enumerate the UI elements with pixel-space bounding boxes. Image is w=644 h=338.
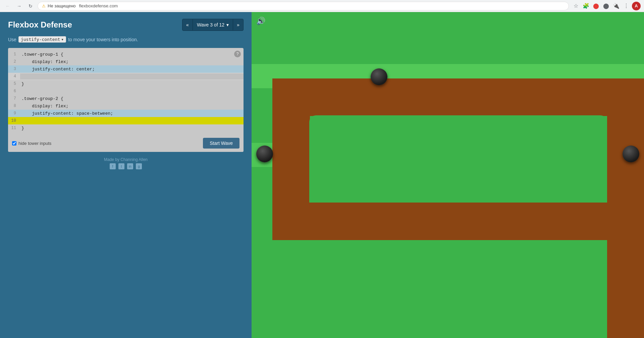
code-line-1: 1 .tower-group-1 { — [8, 51, 244, 58]
keyword-badge[interactable]: justify-content ▾ — [18, 36, 66, 43]
url-text: flexboxdefense.com — [79, 3, 118, 8]
browser-action-buttons: ☆ 🧩 ⬤ ⬤ 🔌 ⋮ A — [572, 2, 641, 10]
line-content-3: justify-content: center; — [20, 67, 244, 72]
tower-3 — [623, 146, 639, 162]
line-content-7: .tower-group-2 { — [20, 96, 244, 101]
left-panel: Flexbox Defense « Wave 3 of 12 ▾ » Use j… — [0, 12, 252, 338]
wave-selector[interactable]: Wave 3 of 12 ▾ — [193, 19, 233, 31]
linkedin-icon[interactable]: in — [127, 163, 133, 169]
address-bar[interactable]: ⚠ Не защищено flexboxdefense.com — [38, 2, 569, 10]
start-wave-button[interactable]: Start Wave — [203, 138, 239, 149]
line-num-3: 3 — [8, 67, 20, 71]
browser-chrome: ← → ↻ ⚠ Не защищено flexboxdefense.com ☆… — [0, 0, 644, 12]
chrome-more-button[interactable]: ⋮ — [622, 2, 631, 10]
hide-inputs-label[interactable]: hide tower inputs — [12, 141, 51, 146]
hide-inputs-checkbox[interactable] — [12, 141, 16, 146]
code-line-5: 5 } — [8, 80, 244, 88]
extensions2-button[interactable]: 🔌 — [612, 2, 621, 10]
tower-1 — [371, 68, 387, 85]
line-input-4[interactable] — [20, 73, 244, 79]
browser-more-button[interactable]: ⬤ — [602, 2, 610, 10]
line-input-10[interactable] — [20, 118, 244, 124]
twitter-icon[interactable]: t — [118, 163, 124, 169]
line-num-7: 7 — [8, 96, 20, 101]
code-line-10: 10 — [8, 117, 244, 124]
line-num-4: 4 — [8, 74, 20, 79]
line-num-2: 2 — [8, 59, 20, 64]
code-line-7: 7 .tower-group-2 { — [8, 95, 244, 102]
line-content-2: display: flex; — [20, 59, 244, 64]
social-icons: f t in g — [8, 163, 244, 169]
instruction-suffix: to move your towers into position. — [68, 37, 138, 42]
tower-2 — [256, 146, 273, 162]
line-content-11: } — [20, 126, 244, 131]
line-content-5: } — [20, 81, 244, 87]
extensions-button[interactable]: 🧩 — [582, 2, 590, 10]
line-num-6: 6 — [8, 89, 20, 94]
instruction-text: Use justify-content ▾ to move your tower… — [8, 36, 244, 43]
line-num-9: 9 — [8, 111, 20, 116]
wave-label: Wave 3 of 12 — [197, 22, 224, 27]
code-lines: 1 .tower-group-1 { 2 display: flex; 3 ju… — [8, 48, 244, 134]
inner-green — [309, 115, 607, 203]
back-button[interactable]: ← — [3, 2, 12, 10]
line-content-1: .tower-group-1 { — [20, 52, 244, 57]
wave-dropdown-icon: ▾ — [226, 22, 229, 27]
keyword-icon: ▾ — [61, 37, 64, 42]
code-line-2: 2 display: flex; — [8, 58, 244, 65]
line-num-1: 1 — [8, 52, 20, 57]
hide-inputs-text: hide tower inputs — [18, 141, 51, 146]
sound-button[interactable]: 🔊 — [256, 17, 265, 25]
line-num-5: 5 — [8, 81, 20, 86]
code-editor: ? 1 .tower-group-1 { 2 display: flex; 3 … — [8, 48, 244, 152]
header: Flexbox Defense « Wave 3 of 12 ▾ » — [8, 19, 244, 31]
game-area: 🔊 — [252, 12, 644, 338]
line-num-10: 10 — [8, 118, 20, 123]
security-label: Не защищено — [48, 3, 76, 8]
forward-button[interactable]: → — [15, 2, 23, 10]
main-content: Flexbox Defense « Wave 3 of 12 ▾ » Use j… — [0, 12, 644, 338]
code-line-8: 8 display: flex; — [8, 102, 244, 110]
editor-footer: hide tower inputs Start Wave — [8, 134, 244, 152]
line-num-8: 8 — [8, 104, 20, 108]
keyword-text: justify-content — [21, 37, 60, 42]
instruction-prefix: Use — [8, 37, 16, 42]
code-line-11: 11 } — [8, 124, 244, 132]
line-content-8: display: flex; — [20, 104, 244, 109]
security-icon: ⚠ — [42, 4, 46, 8]
made-by-text: Made by Channing Allen — [8, 157, 244, 162]
help-icon[interactable]: ? — [234, 51, 241, 57]
brown-top-segment — [272, 78, 644, 116]
wave-prev-button[interactable]: « — [182, 19, 193, 31]
brown-bottom-segment — [272, 203, 644, 240]
line-content-9: justify-content: space-between; — [20, 111, 244, 116]
wave-controls: « Wave 3 of 12 ▾ » — [182, 19, 244, 31]
profile-avatar[interactable]: A — [632, 2, 641, 10]
code-line-6: 6 — [8, 88, 244, 95]
code-line-3: 3 justify-content: center; — [8, 65, 244, 73]
code-line-9: 9 justify-content: space-between; — [8, 110, 244, 117]
browser-menu-button[interactable]: ⬤ — [592, 2, 600, 10]
bookmark-button[interactable]: ☆ — [572, 2, 580, 10]
app-title: Flexbox Defense — [8, 20, 72, 30]
github-icon[interactable]: g — [136, 163, 142, 169]
code-line-4: 4 — [8, 73, 244, 80]
facebook-icon[interactable]: f — [110, 163, 116, 169]
wave-next-button[interactable]: » — [233, 19, 244, 31]
line-num-11: 11 — [8, 126, 20, 130]
left-footer: Made by Channing Allen f t in g — [8, 157, 244, 169]
refresh-button[interactable]: ↻ — [26, 2, 35, 10]
